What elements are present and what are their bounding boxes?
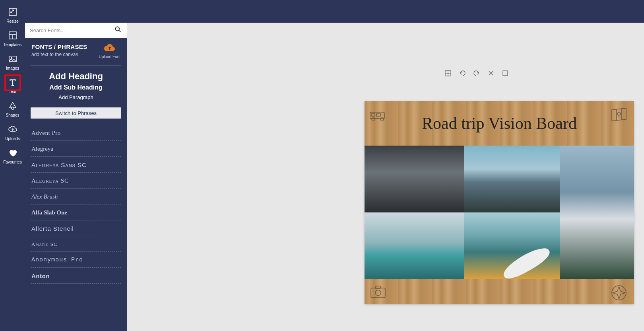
rail-uploads[interactable]: Uploads [0,121,25,144]
rail-label: Images [6,66,19,70]
svg-point-6 [12,107,14,109]
svg-line-8 [119,31,121,32]
rail-label: Templates [4,43,22,47]
font-item[interactable]: Alegreya SC [31,173,121,189]
photo-stormy-road[interactable] [365,146,464,212]
text-actions: Add Heading Add Sub Heading Add Paragrap… [25,70,127,106]
close-icon[interactable] [487,70,495,77]
font-search-bar [25,23,127,38]
font-item[interactable]: Advent Pro [31,125,121,141]
rail-label: Resize [6,19,19,23]
add-heading-button[interactable]: Add Heading [49,71,103,82]
add-paragraph-button[interactable]: Add Paragraph [58,94,93,100]
grid-icon[interactable] [444,70,452,77]
font-item[interactable]: Anonymous Pro [31,252,121,268]
font-item[interactable]: Alegreya Sans SC [31,157,121,173]
svg-point-20 [617,112,621,115]
board-header-wood: Road trip Vision Board [365,101,634,146]
photo-mountain-valley[interactable] [464,146,560,212]
search-icon[interactable] [114,25,122,35]
favourites-icon [7,147,18,158]
undo-icon[interactable] [459,70,466,77]
rail-label: Uploads [5,136,20,141]
rail-resize[interactable]: Resize [0,3,25,27]
photo-turquoise-lake[interactable] [365,212,464,279]
rail-favourites[interactable]: Favourites [0,144,25,167]
canvas-workspace[interactable]: Road trip Vision Board [127,23,644,331]
font-item[interactable]: Allerta Stencil [31,220,121,236]
active-highlight [4,74,21,91]
upload-font-button[interactable]: Upload Font [99,43,120,59]
panel-subtitle: add text to the canvas [31,52,87,57]
rail-templates[interactable]: Templates [0,27,25,50]
images-icon [7,53,18,64]
font-item[interactable]: Anton [31,268,121,284]
map-pin-icon [609,106,628,125]
svg-point-7 [115,27,119,31]
svg-point-17 [380,118,384,121]
font-item[interactable]: Alfa Slab One [31,204,121,220]
rail-label: Favourites [3,160,22,164]
svg-rect-0 [9,8,16,16]
svg-rect-18 [372,114,375,116]
rail-text[interactable]: Text [0,74,25,97]
svg-point-24 [612,286,626,300]
rail-label: Shapes [6,113,19,117]
camper-van-icon [369,106,388,125]
svg-point-16 [372,118,375,121]
square-icon[interactable] [502,70,509,77]
photo-river-forest[interactable] [560,146,634,279]
font-item[interactable]: Alex Brush [31,189,121,204]
svg-rect-21 [371,288,385,298]
panel-title: FONTS / PHRASES [31,43,87,50]
upload-font-label: Upload Font [99,55,120,59]
svg-rect-19 [376,114,380,116]
svg-point-22 [375,290,381,296]
board-title[interactable]: Road trip Vision Board [422,114,577,133]
canvas-toolbar [444,70,509,77]
photo-grid [365,146,634,279]
switch-to-phrases-button[interactable]: Switch to Phrases [31,107,121,119]
vision-board-canvas[interactable]: Road trip Vision Board [365,101,634,304]
redo-icon[interactable] [473,70,480,77]
svg-rect-14 [503,71,508,76]
resize-icon [7,6,18,18]
font-search-input[interactable] [30,27,114,33]
text-side-panel: FONTS / PHRASES add text to the canvas U… [25,23,127,331]
templates-icon [7,30,18,41]
camera-icon [369,282,388,302]
rail-shapes[interactable]: Shapes [0,97,25,121]
font-item[interactable]: Amatic SC [31,236,121,252]
font-list[interactable]: Advent Pro Alegreya Alegreya Sans SC Ale… [25,123,127,331]
font-item[interactable]: Alegreya [31,141,121,157]
rail-images[interactable]: Images [0,50,25,74]
shapes-icon [7,100,18,111]
photo-kayak-paddle[interactable] [464,212,560,279]
board-footer-wood [365,279,634,304]
left-tool-rail: Resize Templates Images Text Shapes Uplo… [0,0,25,331]
cloud-upload-icon [104,43,116,54]
compass-icon [609,283,628,302]
uploads-icon [7,124,18,135]
panel-header: FONTS / PHRASES add text to the canvas U… [25,38,127,63]
top-banner [25,0,644,23]
divider [31,65,121,66]
add-subheading-button[interactable]: Add Sub Heading [49,84,102,91]
